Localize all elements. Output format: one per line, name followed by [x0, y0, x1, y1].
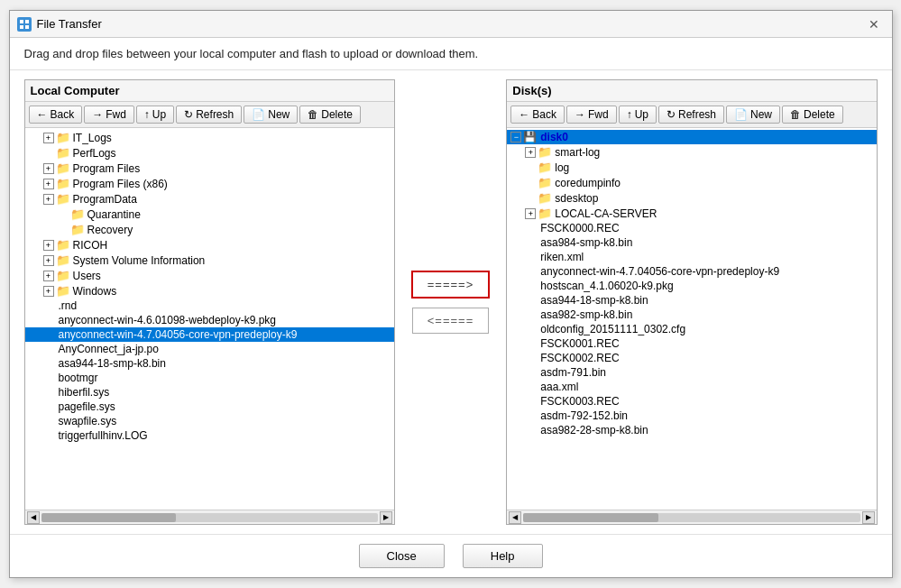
tree-item-fsck0000[interactable]: FSCK0000.REC	[507, 221, 876, 235]
tree-item-anyconnect_ja[interactable]: AnyConnect_ja-jp.po	[25, 342, 394, 356]
tree-item-ricoh[interactable]: +📁RICOH	[25, 237, 394, 253]
tree-item-users[interactable]: +📁Users	[25, 268, 394, 283]
tree-item-bootmgr[interactable]: bootmgr	[25, 371, 394, 385]
local-new-button[interactable]: 📄 New	[244, 106, 298, 124]
help-button[interactable]: Help	[463, 544, 543, 568]
expand-icon-users[interactable]: +	[43, 271, 54, 281]
tree-item-oldconfig[interactable]: oldconfig_20151111_0302.cfg	[507, 322, 876, 336]
local-delete-button[interactable]: 🗑 Delete	[299, 106, 361, 124]
tree-item-smart_log[interactable]: +📁smart-log	[507, 144, 876, 160]
tree-item-asdm791[interactable]: asdm-791.bin	[507, 365, 876, 380]
tree-item-asa944_disk[interactable]: asa944-18-smp-k8.bin	[507, 293, 876, 308]
expand-icon-programdata[interactable]: +	[43, 194, 54, 205]
disk-up-label: Up	[635, 108, 648, 121]
tree-item-aaa[interactable]: aaa.xml	[507, 380, 876, 394]
tree-item-sdesktop[interactable]: 📁sdesktop	[507, 190, 876, 206]
local-back-button[interactable]: ← Back	[29, 106, 83, 124]
folder-icon-users: 📁	[56, 269, 70, 282]
item-label-system_volume: System Volume Information	[73, 254, 206, 267]
fwd-icon: →	[92, 108, 103, 121]
expand-icon-system_volume[interactable]: +	[43, 255, 54, 266]
disk-scroll-right[interactable]: ▶	[862, 511, 875, 524]
close-window-button[interactable]: ✕	[863, 15, 885, 33]
tree-item-program_files_x86[interactable]: +📁Program Files (x86)	[25, 176, 394, 191]
item-label-bootmgr: bootmgr	[59, 372, 98, 384]
tree-item-anyconnect_win_47[interactable]: anyconnect-win-4.7.04056-core-vpn-predep…	[25, 327, 394, 342]
folder-icon-system_volume: 📁	[56, 253, 70, 267]
close-button[interactable]: Close	[359, 544, 445, 568]
local-scroll-right[interactable]: ▶	[380, 511, 392, 524]
tree-item-it_logs[interactable]: +📁IT_Logs	[25, 130, 394, 145]
tree-item-swapfile[interactable]: swapfile.sys	[25, 414, 394, 428]
tree-item-asdm792[interactable]: asdm-792-152.bin	[507, 409, 876, 423]
delete-icon: 🗑	[308, 108, 318, 121]
expand-icon-disk0[interactable]: −	[510, 132, 521, 142]
local-up-button[interactable]: ↑ Up	[136, 106, 174, 124]
transfer-right-button[interactable]: =====>	[411, 271, 491, 299]
tree-item-anyconnect_disk[interactable]: anyconnect-win-4.7.04056-core-vpn-predep…	[507, 264, 876, 279]
tree-item-asa982[interactable]: asa982-smp-k8.bin	[507, 308, 876, 322]
tree-item-hostscan[interactable]: hostscan_4.1.06020-k9.pkg	[507, 279, 876, 293]
local-scroll-track	[41, 513, 378, 522]
tree-item-fsck0002[interactable]: FSCK0002.REC	[507, 351, 876, 365]
disk-delete-button[interactable]: 🗑 Delete	[782, 106, 843, 124]
folder-icon-programdata: 📁	[56, 192, 70, 206]
tree-item-system_volume[interactable]: +📁System Volume Information	[25, 253, 394, 268]
folder-icon-smart_log: 📁	[538, 145, 552, 159]
tree-item-asa984_smp[interactable]: asa984-smp-k8.bin	[507, 235, 876, 250]
folder-icon-coredumpinfo: 📁	[538, 176, 552, 189]
tree-item-asa944[interactable]: asa944-18-smp-k8.bin	[25, 356, 394, 371]
disk-fwd-icon: →	[575, 108, 585, 121]
expand-icon-ricoh[interactable]: +	[43, 240, 54, 251]
item-label-asa944: asa944-18-smp-k8.bin	[59, 357, 166, 370]
disk-scroll-left[interactable]: ◀	[509, 511, 521, 524]
disk-toolbar: ← Back → Fwd ↑ Up ↻ Refresh 📄 New	[507, 102, 876, 128]
local-file-tree[interactable]: +📁IT_Logs📁PerfLogs+📁Program Files+📁Progr…	[25, 128, 394, 510]
disk-panel: Disk(s) ← Back → Fwd ↑ Up ↻ Refresh	[506, 79, 877, 525]
disk-fwd-button[interactable]: → Fwd	[566, 106, 617, 124]
local-toolbar: ← Back → Fwd ↑ Up ↻ Refresh 📄 New	[25, 102, 394, 128]
local-up-label: Up	[152, 108, 166, 121]
tree-item-log[interactable]: 📁log	[507, 160, 876, 175]
tree-item-hiberfil[interactable]: hiberfil.sys	[25, 385, 394, 400]
disk-refresh-button[interactable]: ↻ Refresh	[658, 106, 724, 124]
item-label-users: Users	[73, 270, 101, 282]
tree-item-asa982_28[interactable]: asa982-28-smp-k8.bin	[507, 423, 876, 437]
item-label-anyconnect_win_46: anyconnect-win-4.6.01098-webdeploy-k9.pk…	[59, 314, 276, 326]
disk-new-button[interactable]: 📄 New	[726, 106, 780, 124]
expand-icon-program_files_x86[interactable]: +	[43, 179, 54, 189]
tree-item-coredumpinfo[interactable]: 📁coredumpinfo	[507, 175, 876, 190]
expand-icon-program_files[interactable]: +	[43, 163, 54, 174]
disk-back-button[interactable]: ← Back	[510, 106, 565, 124]
expand-icon-smart_log[interactable]: +	[525, 147, 536, 158]
folder-icon-program_files: 📁	[56, 161, 70, 175]
tree-item-program_files[interactable]: +📁Program Files	[25, 161, 394, 176]
tree-item-programdata[interactable]: +📁ProgramData	[25, 191, 394, 207]
expand-icon-it_logs[interactable]: +	[43, 133, 54, 143]
disk-up-button[interactable]: ↑ Up	[619, 106, 657, 124]
transfer-left-button[interactable]: <=====	[412, 308, 490, 334]
tree-item-windows[interactable]: +📁Windows	[25, 283, 394, 299]
disk-scrollbar-h[interactable]: ◀ ▶	[507, 510, 876, 524]
local-scrollbar-h[interactable]: ◀ ▶	[25, 510, 394, 524]
tree-item-fsck0003[interactable]: FSCK0003.REC	[507, 394, 876, 409]
tree-item-local_ca[interactable]: +📁LOCAL-CA-SERVER	[507, 206, 876, 221]
tree-item-fsck0001[interactable]: FSCK0001.REC	[507, 336, 876, 351]
tree-item-rnd[interactable]: .rnd	[25, 299, 394, 313]
expand-icon-local_ca[interactable]: +	[525, 208, 536, 219]
tree-item-pagefile[interactable]: pagefile.sys	[25, 400, 394, 414]
tree-item-recovery[interactable]: 📁Recovery	[25, 222, 394, 237]
item-label-log: log	[555, 161, 569, 174]
local-scroll-left[interactable]: ◀	[27, 511, 40, 524]
local-refresh-button[interactable]: ↻ Refresh	[176, 106, 242, 124]
expand-icon-windows[interactable]: +	[43, 286, 54, 297]
tree-item-riken[interactable]: riken.xml	[507, 250, 876, 264]
tree-item-quarantine[interactable]: 📁Quarantine	[25, 207, 394, 222]
tree-item-anyconnect_win_46[interactable]: anyconnect-win-4.6.01098-webdeploy-k9.pk…	[25, 313, 394, 327]
tree-item-disk0[interactable]: −💾disk0	[507, 130, 876, 144]
tree-item-perflogs[interactable]: 📁PerfLogs	[25, 145, 394, 161]
disk-file-tree[interactable]: −💾disk0+📁smart-log📁log📁coredumpinfo📁sdes…	[507, 128, 876, 510]
tree-item-triggerfullhinv[interactable]: triggerfullhinv.LOG	[25, 428, 394, 443]
local-fwd-button[interactable]: → Fwd	[84, 106, 134, 124]
disk-delete-label: Delete	[804, 108, 835, 121]
